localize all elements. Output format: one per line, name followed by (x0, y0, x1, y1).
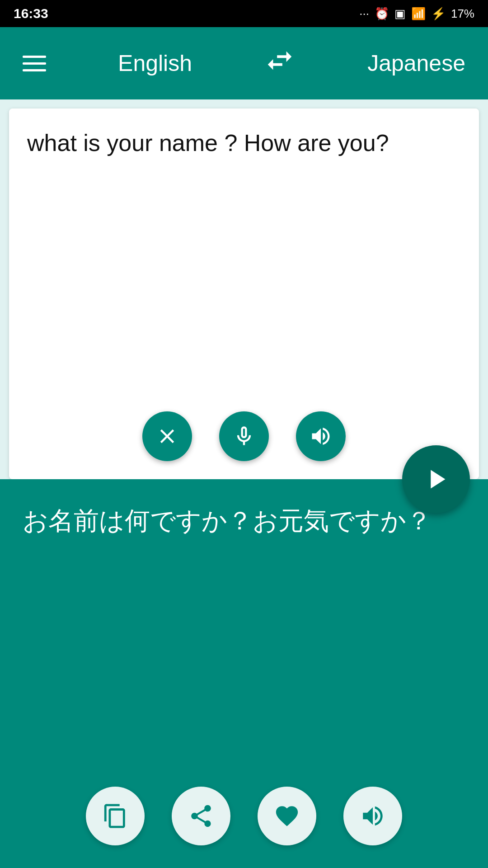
clear-button[interactable] (142, 411, 192, 461)
alarm-icon: ⏰ (375, 7, 389, 21)
toolbar: English Japanese (0, 27, 488, 99)
time-display: 16:33 (14, 6, 48, 21)
menu-button[interactable] (23, 56, 46, 71)
status-bar: 16:33 ··· ⏰ ▣ 📶 ⚡ 17% (0, 0, 488, 27)
battery-level: 17% (451, 7, 474, 21)
speak-translation-button[interactable] (343, 787, 402, 845)
copy-button[interactable] (86, 787, 145, 845)
share-button[interactable] (172, 787, 230, 845)
speak-source-button[interactable] (296, 411, 346, 461)
target-panel: お名前は何ですか？お元気ですか？ (0, 479, 488, 868)
system-icons: ··· ⏰ ▣ 📶 ⚡ 17% (359, 7, 474, 21)
favorite-button[interactable] (258, 787, 316, 845)
target-actions (0, 787, 488, 845)
source-text[interactable]: what is your name ? How are you? (27, 127, 461, 160)
target-text: お名前は何ですか？お元気ですか？ (23, 502, 465, 540)
source-language-selector[interactable]: English (118, 50, 192, 76)
more-icon: ··· (359, 7, 369, 21)
source-actions (9, 411, 479, 461)
microphone-button[interactable] (219, 411, 269, 461)
signal-icon: 📶 (411, 7, 426, 21)
swap-languages-button[interactable] (264, 45, 296, 82)
target-language-selector[interactable]: Japanese (367, 50, 465, 76)
translate-button[interactable] (402, 445, 470, 513)
charge-icon: ⚡ (431, 7, 446, 21)
main-content: what is your name ? How are you? (0, 99, 488, 868)
sim-icon: ▣ (394, 7, 406, 21)
source-panel: what is your name ? How are you? (9, 108, 479, 479)
